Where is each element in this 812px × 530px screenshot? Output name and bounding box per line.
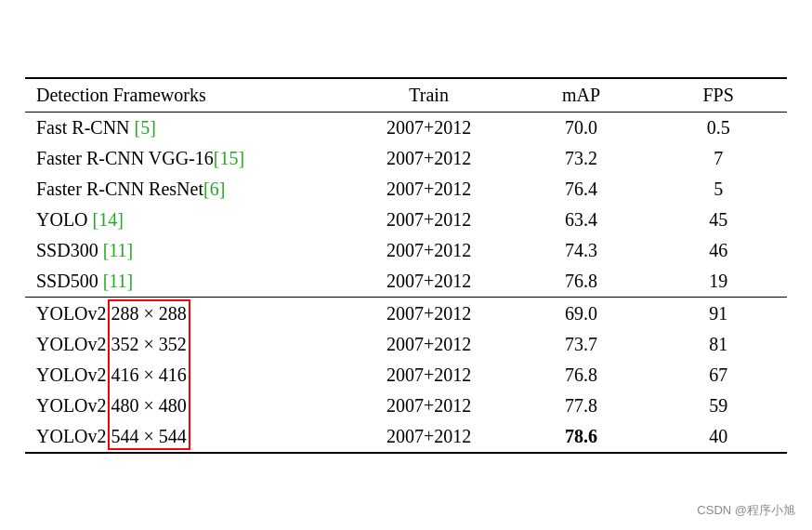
table-row: Faster R-CNN VGG-16[15]2007+201273.27 xyxy=(25,143,787,174)
yolov2-row: YOLOv2 288 × 2882007+201269.091 xyxy=(25,297,787,329)
fps-cell: 5 xyxy=(649,174,787,205)
resolution-cell: 544 × 544 xyxy=(111,426,187,446)
train-cell: 2007+2012 xyxy=(345,205,512,235)
ref-link: [11] xyxy=(103,240,134,260)
map-cell: 69.0 xyxy=(513,297,650,329)
map-cell: 76.8 xyxy=(513,266,650,298)
fps-cell: 46 xyxy=(649,235,787,266)
col-header-fps: FPS xyxy=(649,78,787,113)
fps-cell: 81 xyxy=(649,329,787,360)
table-row: SSD300 [11]2007+201274.346 xyxy=(25,235,787,266)
train-cell: 2007+2012 xyxy=(345,421,512,453)
framework-cell: SSD300 [11] xyxy=(25,235,345,266)
yolov2-framework-cell: YOLOv2 416 × 416 xyxy=(25,360,345,391)
train-cell: 2007+2012 xyxy=(345,360,512,391)
map-cell: 77.8 xyxy=(513,391,650,421)
fps-cell: 91 xyxy=(649,297,787,329)
fps-cell: 40 xyxy=(649,421,787,453)
map-cell: 76.4 xyxy=(513,174,650,205)
yolov2-framework-cell: YOLOv2 352 × 352 xyxy=(25,329,345,360)
resolution-cell: 480 × 480 xyxy=(111,395,187,416)
train-cell: 2007+2012 xyxy=(345,329,512,360)
resolution-cell: 416 × 416 xyxy=(111,364,187,385)
train-cell: 2007+2012 xyxy=(345,391,512,421)
fps-cell: 7 xyxy=(649,143,787,174)
page-wrapper: Detection Frameworks Train mAP FPS Fast … xyxy=(0,0,812,530)
table-container: Detection Frameworks Train mAP FPS Fast … xyxy=(25,77,787,454)
train-cell: 2007+2012 xyxy=(345,235,512,266)
train-cell: 2007+2012 xyxy=(345,112,512,143)
yolov2-prefix: YOLOv2 xyxy=(36,334,107,354)
framework-cell: Faster R-CNN VGG-16[15] xyxy=(25,143,345,174)
table-row: SSD500 [11]2007+201276.819 xyxy=(25,266,787,298)
fps-cell: 0.5 xyxy=(649,112,787,143)
table-row: Faster R-CNN ResNet[6]2007+201276.45 xyxy=(25,174,787,205)
ref-link: [14] xyxy=(93,209,124,230)
train-cell: 2007+2012 xyxy=(345,174,512,205)
framework-cell: YOLO [14] xyxy=(25,205,345,235)
yolov2-row: YOLOv2 352 × 3522007+201273.781 xyxy=(25,329,787,360)
framework-cell: Faster R-CNN ResNet[6] xyxy=(25,174,345,205)
map-cell: 73.2 xyxy=(513,143,650,174)
map-bold-value: 78.6 xyxy=(565,426,597,446)
col-header-framework: Detection Frameworks xyxy=(25,78,345,113)
yolov2-row: YOLOv2 544 × 5442007+201278.640 xyxy=(25,421,787,453)
yolov2-prefix: YOLOv2 xyxy=(36,395,107,416)
map-cell: 73.7 xyxy=(513,329,650,360)
table-row: YOLO [14]2007+201263.445 xyxy=(25,205,787,235)
watermark-text: CSDN @程序小旭 xyxy=(697,502,795,519)
framework-cell: SSD500 [11] xyxy=(25,266,345,298)
train-cell: 2007+2012 xyxy=(345,143,512,174)
yolov2-row: YOLOv2 416 × 4162007+201276.867 xyxy=(25,360,787,391)
map-cell: 70.0 xyxy=(513,112,650,143)
map-cell: 63.4 xyxy=(513,205,650,235)
yolov2-prefix: YOLOv2 xyxy=(36,364,107,385)
ref-link: [5] xyxy=(135,117,156,138)
resolution-cell: 352 × 352 xyxy=(111,334,187,354)
yolov2-row: YOLOv2 480 × 4802007+201277.859 xyxy=(25,391,787,421)
yolov2-prefix: YOLOv2 xyxy=(36,303,107,324)
fps-cell: 19 xyxy=(649,266,787,298)
comparison-table: Detection Frameworks Train mAP FPS Fast … xyxy=(25,77,787,454)
fps-cell: 45 xyxy=(649,205,787,235)
framework-cell: Fast R-CNN [5] xyxy=(25,112,345,143)
train-cell: 2007+2012 xyxy=(345,297,512,329)
table-header-row: Detection Frameworks Train mAP FPS xyxy=(25,78,787,113)
table-row: Fast R-CNN [5]2007+201270.00.5 xyxy=(25,112,787,143)
fps-cell: 67 xyxy=(649,360,787,391)
yolov2-framework-cell: YOLOv2 544 × 544 xyxy=(25,421,345,453)
train-cell: 2007+2012 xyxy=(345,266,512,298)
ref-link: [11] xyxy=(103,271,134,291)
col-header-map: mAP xyxy=(513,78,650,113)
map-cell: 74.3 xyxy=(513,235,650,266)
yolov2-framework-cell: YOLOv2 288 × 288 xyxy=(25,297,345,329)
resolution-cell: 288 × 288 xyxy=(111,303,187,324)
col-header-train: Train xyxy=(345,78,512,113)
yolov2-prefix: YOLOv2 xyxy=(36,426,107,446)
map-cell: 76.8 xyxy=(513,360,650,391)
fps-cell: 59 xyxy=(649,391,787,421)
ref-link: [6] xyxy=(203,179,225,199)
map-cell: 78.6 xyxy=(513,421,650,453)
yolov2-framework-cell: YOLOv2 480 × 480 xyxy=(25,391,345,421)
ref-link: [15] xyxy=(214,148,244,168)
